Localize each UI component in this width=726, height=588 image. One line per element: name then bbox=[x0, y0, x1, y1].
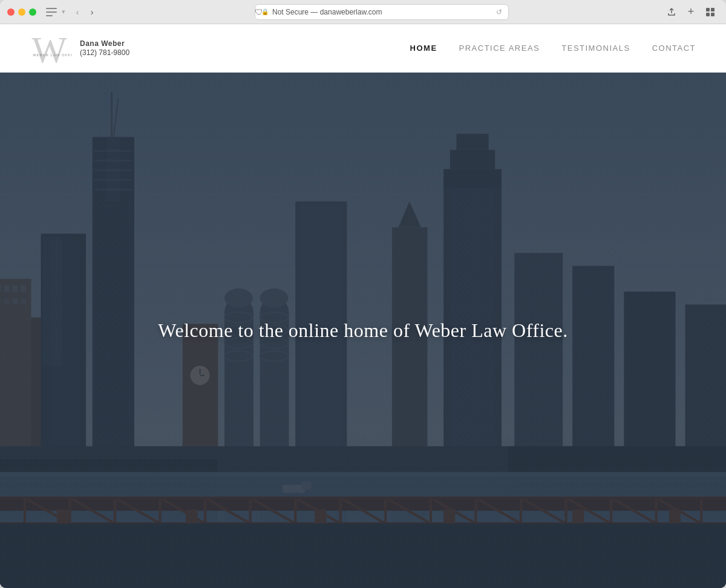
svg-rect-2 bbox=[706, 13, 710, 16]
phone-number: (312) 781-9800 bbox=[80, 48, 129, 57]
hero-headline: Welcome to the online home of Weber Law … bbox=[158, 319, 567, 342]
logo-text: Dana Weber (312) 781-9800 bbox=[80, 39, 129, 57]
traffic-lights bbox=[7, 8, 36, 16]
nav-practice-areas[interactable]: PRACTICE AREAS bbox=[459, 44, 540, 53]
maximize-button[interactable] bbox=[29, 8, 36, 16]
new-tab-button[interactable]: + bbox=[685, 6, 697, 18]
website-content: W WEBER LAW OFFICE Dana Weber (312) 781-… bbox=[0, 24, 726, 588]
sidebar-toggle-button[interactable] bbox=[46, 8, 57, 16]
hero-text-container: Welcome to the online home of Weber Law … bbox=[0, 73, 726, 588]
security-shield-icon: 🛡 bbox=[255, 7, 263, 17]
nav-contact[interactable]: CONTACT bbox=[652, 44, 696, 53]
svg-text:W: W bbox=[31, 30, 67, 67]
close-button[interactable] bbox=[7, 8, 15, 16]
address-bar[interactable]: 🔒 Not Secure — danaweberlaw.com ↺ bbox=[255, 4, 509, 20]
nav-testimonials[interactable]: TESTIMONIALS bbox=[561, 44, 630, 53]
share-button[interactable] bbox=[666, 6, 678, 18]
url-text: Not Secure — danaweberlaw.com bbox=[272, 8, 382, 16]
address-bar-container: 🛡 🔒 Not Secure — danaweberlaw.com ↺ bbox=[103, 4, 661, 20]
browser-titlebar: ▾ ‹ › 🛡 🔒 Not Secure — danaweberlaw.com … bbox=[0, 0, 726, 24]
site-nav: HOME PRACTICE AREAS TESTIMONIALS CONTACT bbox=[410, 44, 696, 53]
nav-home[interactable]: HOME bbox=[410, 44, 437, 53]
site-header: W WEBER LAW OFFICE Dana Weber (312) 781-… bbox=[0, 24, 726, 73]
forward-button[interactable]: › bbox=[86, 6, 98, 18]
minimize-button[interactable] bbox=[18, 8, 25, 16]
browser-window: ▾ ‹ › 🛡 🔒 Not Secure — danaweberlaw.com … bbox=[0, 0, 726, 588]
svg-rect-3 bbox=[711, 13, 715, 16]
logo-area: W WEBER LAW OFFICE Dana Weber (312) 781-… bbox=[30, 30, 129, 67]
browser-actions: + bbox=[666, 6, 716, 18]
svg-text:WEBER LAW OFFICE: WEBER LAW OFFICE bbox=[33, 53, 73, 56]
back-button[interactable]: ‹ bbox=[71, 6, 83, 18]
hero-section: Welcome to the online home of Weber Law … bbox=[0, 73, 726, 588]
reload-icon[interactable]: ↺ bbox=[496, 8, 502, 16]
svg-rect-0 bbox=[706, 8, 710, 11]
browser-controls: ▾ bbox=[46, 8, 67, 16]
svg-rect-1 bbox=[711, 8, 715, 11]
grid-view-button[interactable] bbox=[704, 6, 716, 18]
logo-w-mark: W WEBER LAW OFFICE bbox=[30, 30, 73, 67]
attorney-name: Dana Weber bbox=[80, 39, 129, 48]
nav-arrows: ‹ › bbox=[71, 6, 98, 18]
